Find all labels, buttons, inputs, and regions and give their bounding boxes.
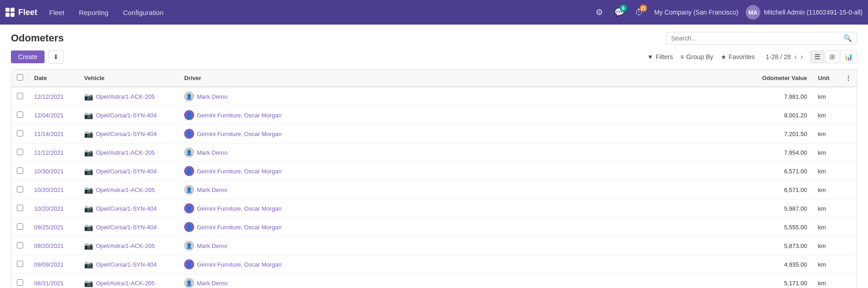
driver-cell[interactable]: 👤Mark Demo	[184, 185, 743, 195]
odometer-cell: 8,001.20	[749, 106, 813, 125]
grid-icon	[5, 8, 15, 17]
nav-reporting[interactable]: Reporting	[72, 6, 115, 19]
chart-view-button[interactable]: 📊	[840, 51, 857, 63]
row-checkbox[interactable]	[17, 279, 23, 286]
vehicle-cell[interactable]: Opel/Corsa/1-SYN-404	[96, 168, 157, 175]
col-header-driver[interactable]: Driver	[179, 70, 749, 87]
row-checkbox[interactable]	[17, 186, 23, 192]
driver-name: Gemini Furniture, Oscar Morgan	[197, 205, 281, 212]
date-cell[interactable]: 10/20/2021	[34, 205, 64, 212]
driver-avatar: 👤	[184, 147, 194, 157]
next-page-button[interactable]: ›	[801, 53, 803, 61]
table-row: 12/12/2021📷Opel/Astra/1-ACK-205👤Mark Dem…	[11, 87, 857, 106]
chat-icon-btn[interactable]: 💬 6	[612, 5, 627, 20]
group-by-button[interactable]: ≡ Group By	[680, 53, 713, 61]
date-cell[interactable]: 11/12/2021	[34, 149, 64, 156]
create-button[interactable]: Create	[11, 51, 45, 63]
driver-cell[interactable]: 👤Mark Demo	[184, 241, 743, 251]
vehicle-cell[interactable]: Opel/Astra/1-ACK-205	[96, 280, 155, 287]
date-cell[interactable]: 08/31/2021	[34, 280, 64, 287]
row-checkbox[interactable]	[17, 111, 23, 118]
col-header-vehicle[interactable]: Vehicle	[79, 70, 179, 87]
date-cell[interactable]: 12/04/2021	[34, 112, 64, 119]
driver-avatar: 👤	[184, 278, 194, 288]
date-cell[interactable]: 10/20/2021	[34, 187, 64, 193]
camera-icon: 📷	[84, 242, 93, 250]
row-checkbox[interactable]	[17, 205, 23, 211]
vehicle-cell[interactable]: Opel/Astra/1-ACK-205	[96, 149, 155, 156]
topbar-icons: ⚙ 💬 6 ⏱ 21	[592, 5, 647, 20]
unit-cell: km	[813, 181, 840, 199]
download-button[interactable]: ⬇	[48, 50, 64, 64]
row-checkbox[interactable]	[17, 261, 23, 267]
date-cell[interactable]: 11/14/2021	[34, 131, 64, 137]
date-cell[interactable]: 09/20/2021	[34, 243, 64, 249]
company-selector[interactable]: My Company (San Francisco)	[654, 9, 738, 16]
nav-configuration[interactable]: Configuration	[116, 6, 170, 19]
row-checkbox[interactable]	[17, 242, 23, 248]
driver-avatar: 👤	[184, 91, 194, 101]
user-menu[interactable]: MA Mitchell Admin (11602491-15-0-all)	[746, 5, 863, 20]
col-header-date[interactable]: Date	[29, 70, 79, 87]
unit-cell: km	[813, 274, 840, 288]
vehicle-cell[interactable]: Opel/Corsa/1-SYN-404	[96, 131, 157, 137]
vehicle-cell[interactable]: Opel/Corsa/1-SYN-404	[96, 112, 157, 119]
select-all-checkbox[interactable]	[17, 74, 23, 81]
activity-icon-btn[interactable]: ⏱ 21	[632, 5, 647, 20]
vehicle-cell[interactable]: Opel/Corsa/1-SYN-404	[96, 205, 157, 212]
kanban-view-button[interactable]: ⊞	[825, 51, 839, 63]
columns-settings-icon: ⋮	[845, 75, 851, 81]
settings-icon-btn[interactable]: ⚙	[592, 5, 607, 20]
nav-fleet[interactable]: Fleet	[43, 6, 70, 19]
date-cell[interactable]: 12/12/2021	[34, 93, 64, 100]
camera-icon: 📷	[84, 186, 93, 194]
row-checkbox[interactable]	[17, 167, 23, 174]
driver-cell[interactable]: 👤Gemini Furniture, Oscar Morgan	[184, 222, 743, 232]
vehicle-cell[interactable]: Opel/Corsa/1-SYN-404	[96, 261, 157, 268]
star-icon: ★	[721, 53, 727, 61]
list-view-button[interactable]: ☰	[810, 51, 824, 63]
date-cell[interactable]: 09/25/2021	[34, 224, 64, 231]
group-by-label: Group By	[686, 53, 713, 61]
unit-cell: km	[813, 199, 840, 218]
prev-page-button[interactable]: ‹	[794, 53, 797, 61]
driver-avatar: 👤	[184, 185, 194, 195]
driver-cell[interactable]: 👤Gemini Furniture, Oscar Morgan	[184, 166, 743, 176]
search-icon[interactable]: 🔍	[843, 34, 852, 42]
activity-badge: 21	[640, 5, 647, 12]
row-checkbox[interactable]	[17, 93, 23, 99]
driver-name: Gemini Furniture, Oscar Morgan	[197, 112, 281, 119]
driver-cell[interactable]: 👤Gemini Furniture, Oscar Morgan	[184, 129, 743, 139]
vehicle-cell[interactable]: Opel/Astra/1-ACK-205	[96, 93, 155, 100]
driver-cell[interactable]: 👤Gemini Furniture, Oscar Morgan	[184, 259, 743, 269]
app-logo[interactable]: Fleet	[5, 8, 37, 17]
filters-button[interactable]: ▼ Filters	[647, 53, 673, 61]
driver-cell[interactable]: 👤Gemini Furniture, Oscar Morgan	[184, 203, 743, 213]
date-cell[interactable]: 10/30/2021	[34, 168, 64, 175]
vehicle-cell[interactable]: Opel/Astra/1-ACK-205	[96, 243, 155, 249]
driver-cell[interactable]: 👤Mark Demo	[184, 91, 743, 101]
driver-cell[interactable]: 👤Mark Demo	[184, 278, 743, 288]
unit-cell: km	[813, 125, 840, 143]
odometer-cell: 6,571.00	[749, 181, 813, 199]
col-header-unit[interactable]: Unit	[813, 70, 840, 87]
camera-icon: 📷	[84, 223, 93, 232]
driver-avatar: 👤	[184, 166, 194, 176]
vehicle-cell[interactable]: Opel/Corsa/1-SYN-404	[96, 224, 157, 231]
row-checkbox[interactable]	[17, 130, 23, 136]
date-cell[interactable]: 09/09/2021	[34, 261, 64, 268]
odometer-cell: 5,987.00	[749, 199, 813, 218]
toolbar: Create ⬇ ▼ Filters ≡ Group By ★ Favorite…	[11, 50, 857, 64]
driver-avatar: 👤	[184, 222, 194, 232]
unit-cell: km	[813, 218, 840, 237]
favorites-button[interactable]: ★ Favorites	[721, 53, 755, 61]
col-header-odometer[interactable]: Odometer Value	[749, 70, 813, 87]
driver-cell[interactable]: 👤Gemini Furniture, Oscar Morgan	[184, 110, 743, 120]
row-checkbox[interactable]	[17, 223, 23, 230]
vehicle-cell[interactable]: Opel/Astra/1-ACK-205	[96, 187, 155, 193]
table-row: 12/04/2021📷Opel/Corsa/1-SYN-404👤Gemini F…	[11, 106, 857, 125]
row-checkbox[interactable]	[17, 149, 23, 155]
col-settings-header[interactable]: ⋮	[840, 70, 857, 87]
driver-cell[interactable]: 👤Mark Demo	[184, 147, 743, 157]
search-input[interactable]	[671, 35, 843, 42]
